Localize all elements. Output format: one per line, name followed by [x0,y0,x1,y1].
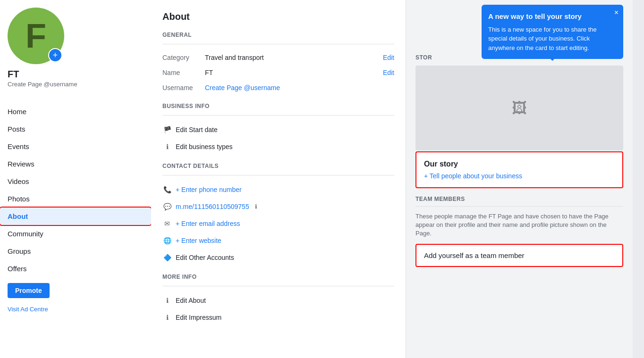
more-info-divider [162,286,394,286]
edit-impressum-label: Edit Impressum [176,314,221,321]
more-info-label: MORE INFO [162,274,394,280]
sidebar-item-videos[interactable]: Videos [0,173,151,190]
contact-divider [162,175,394,175]
avatar-letter: F [25,17,46,55]
username-row: Username Create Page @username [162,80,394,95]
name-row: Name FT Edit [162,65,394,80]
username-value[interactable]: Create Page @username [205,84,394,92]
promote-button[interactable]: Promote [8,283,50,298]
tooltip-body: This is a new space for you to share the… [488,25,617,53]
phone-icon: 📞 [162,185,172,194]
team-section-label: TEAM MEMBERS [415,196,623,202]
sidebar-item-events[interactable]: Events [0,138,151,155]
category-label: Category [162,54,205,61]
edit-business-types-row[interactable]: ℹ Edit business types [162,138,394,155]
website-row[interactable]: 🌐 + Enter website [162,232,394,249]
category-value: Travel and transport [205,54,383,61]
add-team-member-button[interactable]: Add yourself as a team member [415,244,623,267]
info-icon: ℹ [162,142,172,151]
phone-label: + Enter phone number [176,186,242,193]
messenger-icon: 💬 [162,202,172,211]
main-content: F + FT Create Page @username Home Posts … [0,0,644,358]
contact-details-label: CONTACT DETAILS [162,163,394,169]
phone-row[interactable]: 📞 + Enter phone number [162,181,394,198]
edit-about-row[interactable]: ℹ Edit About [162,292,394,309]
calendar-icon: 🏴 [162,125,172,134]
plus-icon: + [53,50,58,60]
tooltip-title: A new way to tell your story [488,11,617,22]
nav-list: Home Posts Events Reviews Videos Photos … [0,103,151,277]
about-panel: About GENERAL Category Travel and transp… [151,0,406,358]
profile-section: F + FT Create Page @username [0,0,151,103]
sidebar-item-offers[interactable]: Offers [0,260,151,277]
globe-icon: 🌐 [162,236,172,245]
general-divider [162,44,394,44]
edit-about-label: Edit About [176,297,206,304]
edit-impressum-row[interactable]: ℹ Edit Impressum [162,309,394,326]
sidebar-item-groups[interactable]: Groups [0,242,151,260]
page-username[interactable]: Create Page @username [8,81,77,88]
visit-ad-centre-link[interactable]: Visit Ad Centre [0,304,151,315]
messenger-value: m.me/111560110509755 [176,203,249,210]
right-panel: ge Info × A new way to tell your story T… [406,0,633,358]
about-info-icon: ℹ [162,296,172,305]
page-layout: F + FT Create Page @username Home Posts … [0,0,644,358]
tooltip-box: × A new way to tell your story This is a… [482,5,623,59]
about-title: About [162,11,394,22]
sidebar-item-home[interactable]: Home [0,103,151,120]
tooltip-close-button[interactable]: × [614,8,619,17]
edit-business-types-label: Edit business types [176,143,233,150]
impressum-icon: ℹ [162,313,172,322]
website-label: + Enter website [176,237,221,244]
other-accounts-row[interactable]: 🔷 Edit Other Accounts [162,249,394,266]
sidebar-item-posts[interactable]: Posts [0,120,151,138]
email-label: + Enter email address [176,220,240,227]
our-story-title: Our story [424,160,615,168]
tooltip-wrapper: ge Info × A new way to tell your story T… [415,9,623,17]
page-name: FT [8,69,19,80]
general-label: GENERAL [162,32,394,38]
other-accounts-label: Edit Other Accounts [176,254,234,261]
image-upload-icon: 🖼 [512,100,527,117]
name-label: Name [162,69,205,76]
business-divider [162,115,394,116]
sidebar-item-community[interactable]: Community [0,225,151,242]
team-description: These people manage the FT Page and have… [415,212,623,238]
sidebar-item-photos[interactable]: Photos [0,190,151,208]
category-edit-link[interactable]: Edit [383,54,394,61]
messenger-info-icon: ℹ [255,203,257,210]
sidebar-item-reviews[interactable]: Reviews [0,155,151,173]
email-icon: ✉ [162,219,172,228]
category-row: Category Travel and transport Edit [162,50,394,65]
story-image-placeholder[interactable]: 🖼 [415,66,623,150]
username-label: Username [162,84,205,92]
business-info-label: BUSINESS INFO [162,103,394,109]
team-divider [415,206,623,207]
name-edit-link[interactable]: Edit [383,69,394,76]
sidebar: F + FT Create Page @username Home Posts … [0,0,151,358]
our-story-card[interactable]: Our story + Tell people about your busin… [415,151,623,188]
messenger-row[interactable]: 💬 m.me/111560110509755 ℹ [162,198,394,215]
email-row[interactable]: ✉ + Enter email address [162,215,394,232]
accounts-icon: 🔷 [162,253,172,262]
edit-start-date-row[interactable]: 🏴 Edit Start date [162,121,394,138]
sidebar-item-about[interactable]: About [0,208,151,225]
avatar-wrapper: F + [8,8,64,64]
our-story-link[interactable]: + Tell people about your business [424,172,615,180]
name-value: FT [205,69,383,76]
edit-start-date-label: Edit Start date [176,126,218,133]
add-photo-button[interactable]: + [48,48,62,62]
